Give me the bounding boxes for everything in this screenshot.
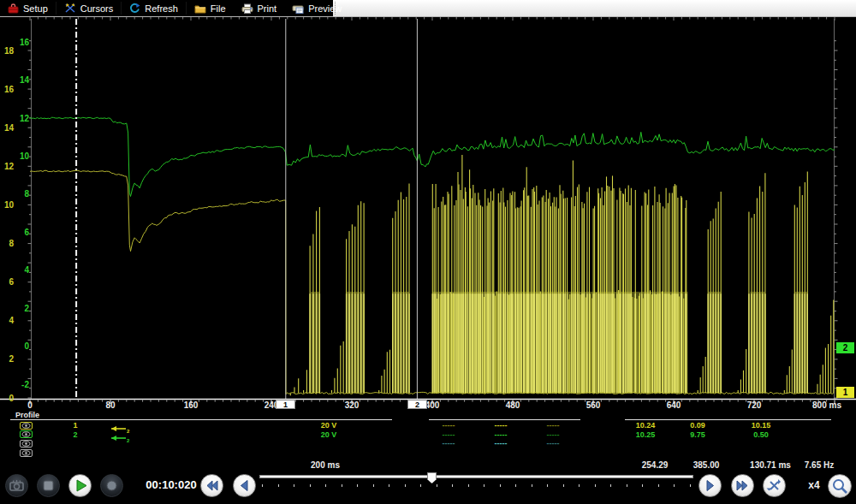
- toolbar-item-setup[interactable]: Setup: [0, 0, 56, 16]
- svg-text:18: 18: [4, 46, 15, 56]
- svg-text:0: 0: [9, 394, 14, 403]
- slider-thumb[interactable]: [427, 472, 437, 483]
- channel-visibility-toggle[interactable]: [20, 440, 33, 448]
- rewind-button[interactable]: [200, 474, 223, 497]
- slider-tick: [452, 484, 453, 487]
- svg-text:0: 0: [24, 341, 29, 351]
- play-icon: [69, 475, 91, 496]
- eye-icon: [21, 441, 31, 447]
- svg-text:12: 12: [20, 114, 30, 123]
- toolbar-item-refresh[interactable]: Refresh: [122, 0, 186, 16]
- step-forward-button[interactable]: [698, 474, 722, 497]
- fast-forward-button[interactable]: [731, 474, 754, 497]
- toolbar-item-print[interactable]: Print: [234, 0, 285, 16]
- slider-tick: [563, 484, 564, 487]
- cursors-icon: [64, 3, 76, 14]
- channel-visibility-toggle[interactable]: [20, 422, 33, 430]
- svg-text:320: 320: [345, 400, 360, 410]
- max-value: -----: [519, 421, 587, 430]
- toolbar-item-file[interactable]: File: [187, 0, 234, 16]
- svg-text:16: 16: [20, 38, 30, 47]
- record-icon: [101, 475, 122, 496]
- channel-2-badge[interactable]: 2: [836, 342, 854, 353]
- divider: [10, 419, 392, 420]
- max-value: -----: [519, 439, 587, 448]
- slider-tick: [278, 484, 279, 487]
- slider-tick: [468, 484, 469, 487]
- slider-tick: [294, 484, 294, 487]
- slider-tick: [484, 484, 484, 487]
- scope-app: SetupCursorsRefreshFilePrintPreview 0801…: [0, 0, 856, 504]
- waveform-chart[interactable]: 080160240320400480560640720800 ms0246810…: [0, 0, 856, 410]
- channel-visibility-toggle[interactable]: [20, 449, 33, 457]
- slider-tick: [547, 484, 548, 487]
- toolbar-item-preview[interactable]: Preview: [284, 0, 349, 16]
- range-value: 20 V: [294, 421, 363, 430]
- delta-value: 10.15: [727, 421, 795, 430]
- channel-number: 2: [41, 430, 110, 439]
- next-icon: [699, 475, 721, 496]
- svg-text:8: 8: [24, 189, 29, 199]
- channel-visibility-toggle[interactable]: [20, 430, 33, 438]
- slider-tick: [500, 484, 501, 487]
- toolbar-grip[interactable]: [335, 2, 338, 15]
- col-header-frequency: Frequency: [777, 411, 846, 419]
- svg-text:8: 8: [9, 239, 14, 248]
- rewind-icon: [201, 475, 223, 496]
- slider-tick: [357, 484, 358, 487]
- svg-text:-2: -2: [21, 380, 29, 389]
- slider-tick: [262, 484, 263, 487]
- zoom-button[interactable]: [828, 474, 852, 498]
- refresh-icon: [129, 3, 140, 14]
- profile-title: Profile: [15, 411, 39, 419]
- cursor2-value: 0.09: [663, 421, 732, 430]
- max-value: -----: [519, 430, 587, 439]
- cursor-1-handle[interactable]: 1: [276, 400, 295, 409]
- cursor-2-handle[interactable]: 2: [407, 400, 427, 409]
- svg-text:2: 2: [9, 354, 14, 364]
- toolbar-item-label: Print: [258, 3, 277, 14]
- snapshot-button[interactable]: [5, 474, 28, 497]
- slider-tick: [690, 484, 691, 487]
- svg-text:400: 400: [425, 400, 440, 410]
- svg-text:560: 560: [586, 400, 601, 410]
- toolbar: SetupCursorsRefreshFilePrintPreview: [0, 0, 856, 17]
- toolbar-menu: SetupCursorsRefreshFilePrintPreview: [0, 0, 333, 16]
- slider-tick: [642, 484, 643, 487]
- toolbar-item-cursors[interactable]: Cursors: [56, 0, 122, 16]
- pan-mode-button[interactable]: [763, 474, 786, 497]
- fast-forward-icon: [732, 475, 753, 496]
- svg-text:720: 720: [747, 400, 762, 410]
- channel-1-badge[interactable]: 1: [836, 387, 854, 398]
- record-button[interactable]: [100, 474, 123, 497]
- svg-text:2: 2: [24, 304, 29, 313]
- stop-button[interactable]: [37, 474, 60, 497]
- playback-time: 00:10:020: [144, 478, 199, 491]
- toolbox-icon: [8, 3, 19, 14]
- slider-tick: [674, 484, 675, 487]
- svg-text:10: 10: [4, 200, 15, 210]
- slider-tick: [658, 484, 659, 487]
- printer-icon: [241, 3, 253, 14]
- col-header-max: Max: [519, 411, 587, 419]
- delta-value: 0.50: [727, 430, 795, 439]
- print-preview-icon: [292, 3, 304, 14]
- svg-text:16: 16: [4, 85, 15, 94]
- step-back-button[interactable]: [233, 474, 256, 497]
- col-header-cursor2: Cursor 2: [663, 411, 732, 419]
- svg-text:800 ms: 800 ms: [812, 400, 841, 410]
- svg-text:640: 640: [667, 400, 681, 410]
- eye-icon: [21, 450, 31, 456]
- transport-bar: 00:10:020: [0, 469, 856, 504]
- eye-icon: [21, 431, 31, 437]
- pan-arrows-icon: [764, 475, 785, 496]
- stop-icon: [38, 475, 59, 496]
- toolbar-item-label: File: [211, 3, 226, 14]
- svg-text:12: 12: [4, 162, 15, 171]
- slider-track[interactable]: [259, 475, 693, 478]
- play-button[interactable]: [68, 474, 92, 497]
- svg-text:14: 14: [20, 75, 30, 85]
- position-slider[interactable]: [259, 472, 693, 491]
- toolbar-item-label: Refresh: [145, 3, 178, 14]
- svg-text:0: 0: [27, 400, 33, 410]
